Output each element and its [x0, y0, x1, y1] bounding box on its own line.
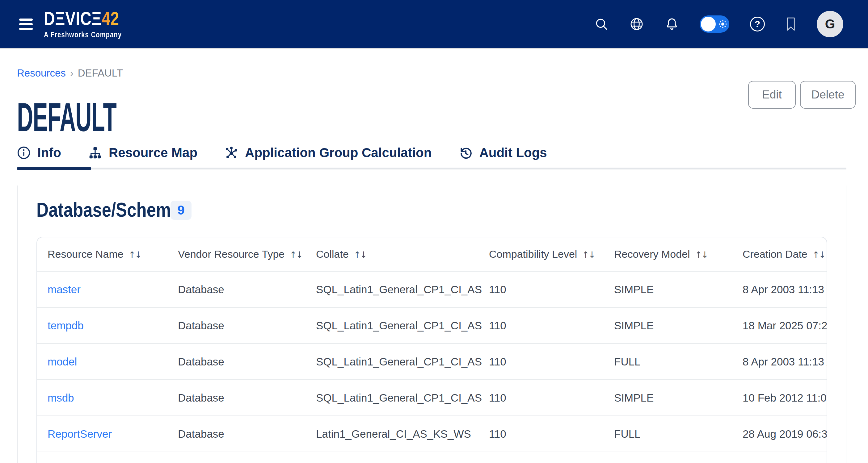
sort-icon[interactable]: ↑↓	[582, 250, 595, 260]
bell-icon[interactable]	[665, 17, 679, 31]
top-navbar: DΞVICΞ42 A Freshworks Company ?	[0, 0, 868, 48]
cell-compatibility-level: 110	[489, 380, 614, 416]
cell-collate: SQL_Latin1_General_CP1_CI_AS	[316, 307, 489, 343]
info-icon	[17, 146, 31, 160]
tab-info[interactable]: Info	[3, 137, 75, 168]
tab-track	[17, 168, 846, 169]
cell-collate: SQL_Latin1_General_CP1_CI_AS	[316, 343, 489, 380]
table-row: msdb Database SQL_Latin1_General_CP1_CI_…	[37, 380, 827, 416]
breadcrumb-current: DEFAULT	[78, 67, 123, 79]
column-label: Vendor Resource Type	[178, 248, 284, 260]
resource-name-link[interactable]: msdb	[48, 392, 74, 404]
cell-collate: SQL_Latin1_General_CP1_CI_AS	[316, 271, 489, 307]
theme-toggle[interactable]	[700, 15, 729, 33]
hamburger-menu-icon[interactable]	[19, 17, 33, 31]
sitemap-icon	[88, 146, 102, 160]
device42-logo[interactable]: DΞVICΞ42 A Freshworks Company	[44, 9, 122, 39]
tab-application-group-calculation[interactable]: Application Group Calculation	[211, 137, 445, 168]
cell-creation-date: 10 Feb 2012 11:02 P	[743, 380, 827, 416]
tab-label: Resource Map	[109, 145, 197, 160]
cell-creation-date: 8 Apr 2003 11:13 A	[743, 343, 827, 380]
cell-compatibility-level: 110	[489, 416, 614, 452]
active-tab-indicator	[17, 167, 91, 170]
network-icon	[224, 146, 238, 160]
sort-icon[interactable]: ↑↓	[128, 250, 141, 260]
sun-icon	[718, 20, 727, 29]
cell-compatibility-level: 110	[489, 343, 614, 380]
column-label: Creation Date	[743, 248, 807, 260]
cell-recovery-model: FULL	[614, 343, 743, 380]
navbar-actions: ? G	[594, 11, 843, 37]
tab-label: Application Group Calculation	[245, 145, 432, 160]
breadcrumb-link-resources[interactable]: Resources	[17, 67, 66, 79]
history-icon	[459, 146, 472, 160]
cell-recovery-model: SIMPLE	[614, 380, 743, 416]
search-icon[interactable]	[594, 17, 609, 31]
logo-accent: 42	[102, 8, 119, 29]
cell-collate: Latin1_General_CI_AS_KS_WS	[316, 416, 489, 452]
cell-creation-date: 8 Apr 2003 11:13 A	[743, 271, 827, 307]
cell-vendor-resource-type: Database	[178, 416, 316, 452]
table-row: ReportServer Database Latin1_General_CI_…	[37, 416, 827, 452]
cell-compatibility-level: 110	[489, 307, 614, 343]
column-header-vendor-resource-type[interactable]: Vendor Resource Type↑↓	[178, 237, 316, 271]
database-schema-table: Resource Name↑↓ Vendor Resource Type↑↓ C…	[36, 237, 827, 463]
section-title: Database/Schema	[36, 200, 180, 220]
breadcrumb: Resources › DEFAULT	[17, 67, 123, 79]
count-badge: 9	[170, 201, 191, 220]
cell-creation-date: 18 Mar 2025 07:23	[743, 307, 827, 343]
help-icon[interactable]: ?	[750, 17, 765, 32]
table-row: model Database SQL_Latin1_General_CP1_CI…	[37, 343, 827, 380]
tab-audit-logs[interactable]: Audit Logs	[445, 137, 560, 168]
resource-name-link[interactable]: tempdb	[48, 320, 84, 331]
sort-icon[interactable]: ↑↓	[695, 250, 708, 260]
page-actions: Edit Delete	[748, 81, 856, 109]
column-header-collate[interactable]: Collate↑↓	[316, 237, 489, 271]
tab-label: Info	[37, 145, 61, 160]
tab-resource-map[interactable]: Resource Map	[75, 137, 211, 168]
column-label: Recovery Model	[614, 248, 690, 260]
table-row: master Database SQL_Latin1_General_CP1_C…	[37, 271, 827, 307]
column-label: Compatibility Level	[489, 248, 577, 260]
logo-text: DΞVICΞ	[44, 8, 102, 29]
sort-icon[interactable]: ↑↓	[812, 250, 825, 260]
cell-vendor-resource-type: Database	[178, 343, 316, 380]
table-header-row: Resource Name↑↓ Vendor Resource Type↑↓ C…	[37, 237, 827, 271]
sort-icon[interactable]: ↑↓	[289, 250, 302, 260]
cell-vendor-resource-type: Database	[178, 380, 316, 416]
delete-button[interactable]: Delete	[800, 81, 856, 109]
column-header-recovery-model[interactable]: Recovery Model↑↓	[614, 237, 743, 271]
resource-name-link[interactable]: ReportServer	[48, 428, 112, 440]
cell-vendor-resource-type: Database	[178, 271, 316, 307]
column-header-resource-name[interactable]: Resource Name↑↓	[37, 237, 178, 271]
cell-vendor-resource-type: Database	[178, 307, 316, 343]
column-label: Resource Name	[48, 248, 124, 260]
cell-recovery-model: SIMPLE	[614, 271, 743, 307]
avatar[interactable]: G	[817, 11, 843, 37]
logo-tagline: A Freshworks Company	[44, 30, 122, 39]
table-row: tempdb Database SQL_Latin1_General_CP1_C…	[37, 307, 827, 343]
column-header-compatibility-level[interactable]: Compatibility Level↑↓	[489, 237, 614, 271]
cell-recovery-model: FULL	[614, 416, 743, 452]
cell-creation-date: 28 Aug 2019 06:33	[743, 416, 827, 452]
page-title: DEFAULT	[17, 97, 117, 138]
resource-name-link[interactable]: model	[48, 356, 77, 368]
toggle-knob	[701, 17, 716, 32]
sort-icon[interactable]: ↑↓	[354, 250, 366, 260]
column-header-creation-date[interactable]: Creation Date↑↓	[743, 237, 827, 271]
column-label: Collate	[316, 248, 349, 260]
breadcrumb-separator-icon: ›	[70, 67, 73, 79]
cell-compatibility-level: 110	[489, 271, 614, 307]
cell-recovery-model: SIMPLE	[614, 307, 743, 343]
bookmark-icon[interactable]	[785, 17, 796, 31]
resource-name-link[interactable]: master	[48, 284, 81, 295]
cell-collate: SQL_Latin1_General_CP1_CI_AS	[316, 380, 489, 416]
table-body: master Database SQL_Latin1_General_CP1_C…	[37, 271, 827, 452]
edit-button[interactable]: Edit	[748, 81, 796, 109]
globe-icon[interactable]	[629, 17, 644, 32]
tab-label: Audit Logs	[479, 145, 547, 160]
tab-bar: Info Resource Map Application Group Calc…	[3, 137, 561, 168]
